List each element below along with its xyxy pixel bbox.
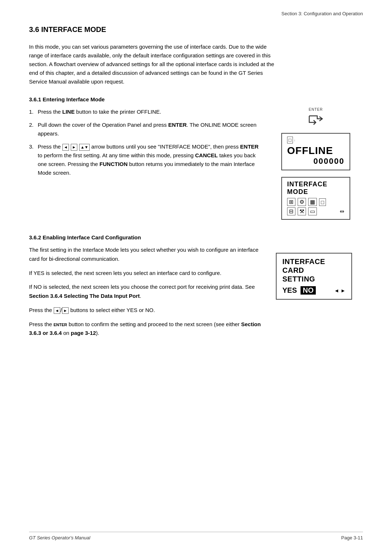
interface-mode-icon-row-1: ⊞ ⚙ ▦ □ <box>287 198 344 206</box>
interface-mode-icon-row-2: ⊟ ⚒ ▭ ⇔ <box>287 207 344 215</box>
arrow-right-box: ► <box>71 144 78 151</box>
icon-panel: ⊟ <box>287 207 295 215</box>
icon-tool: ⚒ <box>298 207 306 215</box>
interface-mode-panel: INTERFACE MODE ⊞ ⚙ ▦ □ ⊟ ⚒ ▭ ⇔ <box>281 177 350 220</box>
icp-yes: YES <box>282 286 297 295</box>
para-2: If YES is selected, the next screen lets… <box>29 269 269 278</box>
section-362-left: The first setting in the Interface Mode … <box>29 246 269 343</box>
steps-column: 1. Press the LINE button to take the pri… <box>29 108 261 182</box>
enter-box: ENTER <box>54 322 67 328</box>
section-title: 3.6 INTERFACE MODE <box>29 25 363 34</box>
icp-no: NO <box>301 286 316 295</box>
icon-leftright: ⇔ <box>340 208 344 215</box>
footer-page-number: Page 3-11 <box>341 535 363 540</box>
enter-bold-step3: ENTER <box>240 143 259 150</box>
arrow-left-box-2: ◄ <box>54 307 61 314</box>
icon-doc: ▭ <box>308 207 317 215</box>
para-3: If NO is selected, the next screen lets … <box>29 283 269 301</box>
interface-card-panel: INTERFACE CARD SETTING YES NO ◄ ► <box>276 253 352 300</box>
lcd-sub-icon: ᵢ <box>294 138 295 142</box>
subsection-361: 3.6.1 Entering Interface Mode 1. Press t… <box>29 96 363 220</box>
section-bold-ref: Section 3.6.4 Selecting The Data Input P… <box>29 293 140 299</box>
steps-list: 1. Press the LINE button to take the pri… <box>29 108 261 177</box>
section-362-content: The first setting in the Interface Mode … <box>29 246 363 343</box>
footer-manual-name: GT Series Operator's Manual <box>29 535 90 540</box>
icon-network: ⊞ <box>287 198 295 206</box>
lcd-small-icon: □ <box>287 137 293 143</box>
icon-port: □ <box>319 198 326 206</box>
subsection-362-title: 3.6.2 Enabling Interface Card Configurat… <box>29 234 363 240</box>
arrow-right-box-2: ► <box>62 307 69 314</box>
icon-settings: ⚙ <box>298 198 306 206</box>
page-ref-bold: page 3-12 <box>71 330 96 336</box>
function-bold: FUNCTION <box>99 161 128 167</box>
para-1: The first setting in the Interface Mode … <box>29 246 269 264</box>
step-3: 3. Press the ◄ ► ▲▼ arrow buttons until … <box>29 142 261 177</box>
interface-mode-title: INTERFACE MODE <box>287 181 344 196</box>
enter-button-diagram: ENTER <box>306 108 325 126</box>
subsection-362: 3.6.2 Enabling Interface Card Configurat… <box>29 234 363 343</box>
diagrams-column-361: ENTER □ ᵢ OFFLINE 0 <box>269 108 363 220</box>
intro-paragraph: In this mode, you can set various parame… <box>29 42 276 86</box>
cancel-bold: CANCEL <box>195 152 218 158</box>
page-footer: GT Series Operator's Manual Page 3-11 <box>29 532 363 540</box>
subsection-361-title: 3.6.1 Entering Interface Mode <box>29 96 363 102</box>
para-4: Press the ◄/► buttons to select either Y… <box>29 306 269 315</box>
icp-options-row: YES NO ◄ ► <box>282 286 346 295</box>
section-362-right: INTERFACE CARD SETTING YES NO ◄ ► <box>276 253 363 300</box>
icon-card: ▦ <box>308 198 317 206</box>
step-2: 2. Pull down the cover of the Operation … <box>29 121 261 138</box>
offline-lcd-panel: □ ᵢ OFFLINE 000000 <box>281 133 350 170</box>
para-5: Press the ENTER button to confirm the se… <box>29 320 269 338</box>
offline-icon-row: □ ᵢ <box>287 137 344 143</box>
page: Section 3: Configuration and Operation 3… <box>0 0 392 555</box>
enter-icon <box>306 112 325 125</box>
icp-arrows: ◄ ► <box>334 288 346 293</box>
arrow-updown-box: ▲▼ <box>79 144 90 151</box>
offline-text: OFFLINE <box>287 145 344 157</box>
step-1: 1. Press the LINE button to take the pri… <box>29 108 261 116</box>
enter-bold-step2: ENTER <box>168 122 187 128</box>
offline-number: 000000 <box>287 157 344 166</box>
arrow-left-box: ◄ <box>62 144 69 151</box>
section-header-label: Section 3: Configuration and Operation <box>281 11 363 16</box>
enter-label: ENTER <box>306 108 325 112</box>
icp-title: INTERFACE CARD SETTING <box>282 257 346 283</box>
line-bold: LINE <box>62 109 75 115</box>
